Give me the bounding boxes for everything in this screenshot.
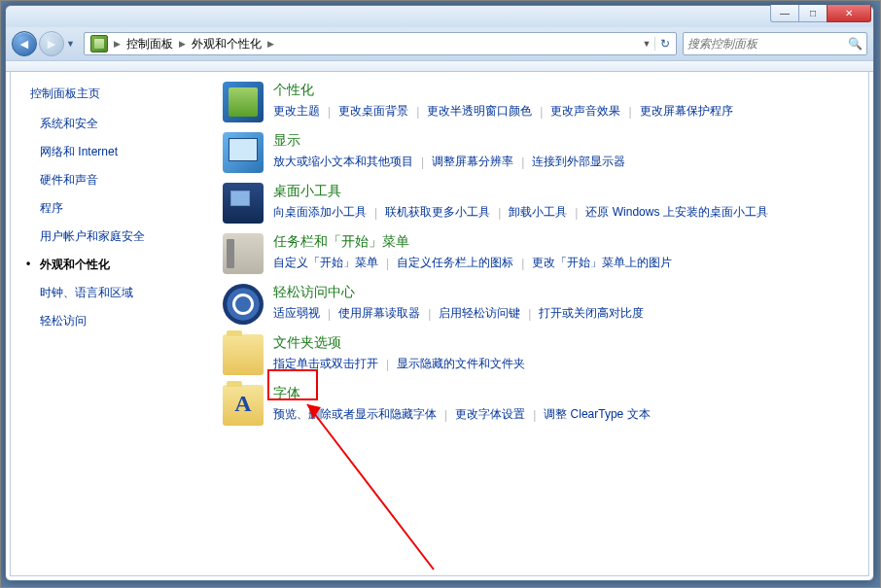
link-customize-start[interactable]: 自定义「开始」菜单 [273,255,378,271]
link-restore-gadget[interactable]: 还原 Windows 上安装的桌面小工具 [585,204,767,221]
link-change-theme[interactable]: 更改主题 [273,103,320,120]
breadcrumb-control-panel[interactable]: 控制面板 [123,36,177,52]
link-change-screensaver[interactable]: 更改屏幕保护程序 [640,103,733,120]
nav-history-dropdown[interactable]: ▼ [66,39,78,49]
link-customize-taskbar-icons[interactable]: 自定义任务栏上的图标 [397,255,513,271]
category-title-taskbar[interactable]: 任务栏和「开始」菜单 [273,233,409,251]
sidebar: 控制面板主页 系统和安全 网络和 Internet 硬件和声音 程序 用户帐户和… [11,72,205,575]
address-dropdown-icon[interactable]: ▼ [639,39,654,49]
chevron-right-icon: ▶ [112,39,123,49]
link-add-gadget[interactable]: 向桌面添加小工具 [273,204,367,221]
sidebar-item-ease-of-access[interactable]: 轻松访问 [30,313,195,329]
gadgets-icon [223,183,264,224]
category-folder-options: 文件夹选项 指定单击或双击打开| 显示隐藏的文件和文件夹 [223,334,851,375]
minimize-button[interactable]: ― [770,5,799,22]
close-button[interactable]: ✕ [827,5,871,22]
link-hidden-files[interactable]: 显示隐藏的文件和文件夹 [397,356,525,372]
link-change-sound[interactable]: 更改声音效果 [550,103,620,120]
category-gadgets: 桌面小工具 向桌面添加小工具| 联机获取更多小工具| 卸载小工具| 还原 Win… [223,183,851,224]
fonts-icon [223,385,264,426]
link-change-glass-color[interactable]: 更改半透明窗口颜色 [427,103,532,120]
folder-options-icon [223,334,264,375]
maximize-button[interactable]: □ [798,5,828,22]
forward-button[interactable]: ► [39,31,64,56]
refresh-button[interactable]: ↻ [654,37,674,51]
link-change-background[interactable]: 更改桌面背景 [338,103,408,120]
taskbar-icon [223,233,264,274]
category-title-fonts[interactable]: 字体 [273,385,300,402]
link-uninstall-gadget[interactable]: 卸载小工具 [509,204,567,221]
link-font-preview-delete[interactable]: 预览、删除或者显示和隐藏字体 [273,406,437,423]
category-title-ease-of-access[interactable]: 轻松访问中心 [273,284,355,301]
main-content: 个性化 更改主题| 更改桌面背景| 更改半透明窗口颜色| 更改声音效果| 更改屏… [205,72,868,575]
title-bar: ― □ ✕ [6,6,873,27]
window-frame: ― □ ✕ ◄ ► ▼ ▶ 控制面板 ▶ 外观和个性化 ▶ ▼ ↻ 🔍 控制面板… [5,5,874,581]
category-title-gadgets[interactable]: 桌面小工具 [273,183,341,200]
sidebar-item-user-accounts[interactable]: 用户帐户和家庭安全 [30,228,195,245]
category-title-folder-options[interactable]: 文件夹选项 [273,334,341,352]
category-taskbar: 任务栏和「开始」菜单 自定义「开始」菜单| 自定义任务栏上的图标| 更改「开始」… [223,233,851,274]
chevron-right-icon: ▶ [177,39,188,49]
chevron-right-icon: ▶ [265,39,276,49]
link-get-gadget[interactable]: 联机获取更多小工具 [385,204,490,221]
sidebar-item-system-security[interactable]: 系统和安全 [30,116,195,132]
sidebar-item-hardware-sound[interactable]: 硬件和声音 [30,172,195,189]
address-bar[interactable]: ▶ 控制面板 ▶ 外观和个性化 ▶ ▼ ↻ [84,32,677,55]
category-title-display[interactable]: 显示 [273,132,300,150]
sidebar-item-programs[interactable]: 程序 [30,200,195,217]
category-fonts: 字体 预览、删除或者显示和隐藏字体| 更改字体设置| 调整 ClearType … [223,385,851,426]
sidebar-home-link[interactable]: 控制面板主页 [30,86,195,102]
breadcrumb-appearance[interactable]: 外观和个性化 [188,36,265,52]
link-cleartype[interactable]: 调整 ClearType 文本 [544,406,650,423]
link-change-start-picture[interactable]: 更改「开始」菜单上的图片 [532,255,672,271]
sidebar-item-appearance[interactable]: 外观和个性化 [30,257,195,273]
control-panel-icon [90,35,108,52]
toolbar-divider [6,60,873,72]
link-screen-reader[interactable]: 使用屏幕读取器 [338,305,420,322]
link-font-settings[interactable]: 更改字体设置 [455,406,525,423]
window-controls: ― □ ✕ [771,5,871,22]
body-area: 控制面板主页 系统和安全 网络和 Internet 硬件和声音 程序 用户帐户和… [10,72,869,576]
search-input[interactable] [687,37,848,51]
category-display: 显示 放大或缩小文本和其他项目| 调整屏幕分辨率| 连接到外部显示器 [223,132,851,173]
link-high-contrast[interactable]: 打开或关闭高对比度 [539,305,644,322]
link-click-behavior[interactable]: 指定单击或双击打开 [273,356,378,372]
search-box[interactable]: 🔍 [683,32,867,55]
back-button[interactable]: ◄ [12,31,37,56]
sidebar-item-network-internet[interactable]: 网络和 Internet [30,144,195,160]
link-access-keys[interactable]: 启用轻松访问键 [439,305,520,322]
link-external-display[interactable]: 连接到外部显示器 [532,154,625,170]
ease-of-access-icon [223,284,264,325]
category-ease-of-access: 轻松访问中心 适应弱视| 使用屏幕读取器| 启用轻松访问键| 打开或关闭高对比度 [223,284,851,325]
display-icon [223,132,264,173]
personalization-icon [223,82,264,122]
nav-bar: ◄ ► ▼ ▶ 控制面板 ▶ 外观和个性化 ▶ ▼ ↻ 🔍 [6,27,873,60]
category-title-personalization[interactable]: 个性化 [273,82,314,99]
link-resolution[interactable]: 调整屏幕分辨率 [432,154,513,170]
link-text-size[interactable]: 放大或缩小文本和其他项目 [273,154,413,170]
category-personalization: 个性化 更改主题| 更改桌面背景| 更改半透明窗口颜色| 更改声音效果| 更改屏… [223,82,851,122]
sidebar-item-clock-language[interactable]: 时钟、语言和区域 [30,285,195,301]
search-icon: 🔍 [848,37,863,51]
link-low-vision[interactable]: 适应弱视 [273,305,320,322]
